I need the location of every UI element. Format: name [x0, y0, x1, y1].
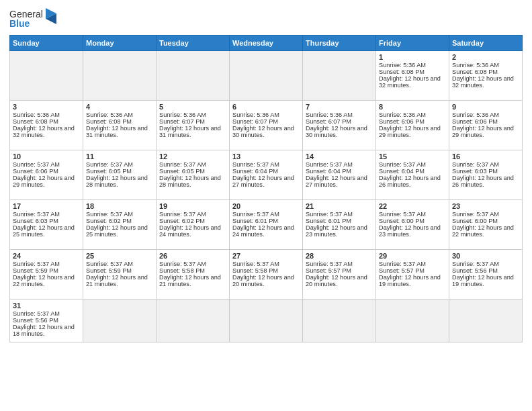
day-number: 3	[13, 103, 80, 111]
day-info: Sunrise: 5:37 AM	[13, 211, 80, 218]
day-info: Sunrise: 5:36 AM	[452, 111, 519, 118]
day-info: Sunset: 6:01 PM	[232, 218, 300, 224]
day-cell: 14Sunrise: 5:37 AMSunset: 6:04 PMDayligh…	[303, 150, 376, 200]
svg-text:Blue: Blue	[9, 18, 30, 29]
day-info: Sunrise: 5:37 AM	[306, 211, 373, 218]
day-info: Sunrise: 5:37 AM	[379, 211, 446, 218]
day-info: Daylight: 12 hours and 23 minutes.	[306, 224, 373, 238]
day-info: Sunset: 6:08 PM	[13, 118, 80, 125]
day-info: Sunrise: 5:37 AM	[159, 161, 226, 168]
day-cell: 29Sunrise: 5:37 AMSunset: 5:57 PMDayligh…	[376, 250, 449, 300]
day-cell: 7Sunrise: 5:36 AMSunset: 6:07 PMDaylight…	[303, 101, 376, 150]
day-number: 22	[379, 202, 446, 210]
day-info: Sunrise: 5:37 AM	[452, 261, 519, 267]
day-cell: 26Sunrise: 5:37 AMSunset: 5:58 PMDayligh…	[157, 250, 230, 300]
day-info: Sunrise: 5:36 AM	[379, 111, 446, 118]
day-cell: 10Sunrise: 5:37 AMSunset: 6:06 PMDayligh…	[10, 150, 83, 200]
day-cell	[83, 51, 157, 101]
day-cell: 8Sunrise: 5:36 AMSunset: 6:06 PMDaylight…	[376, 101, 449, 150]
day-info: Sunset: 6:08 PM	[452, 68, 519, 75]
day-info: Sunset: 6:06 PM	[379, 118, 446, 125]
day-cell	[376, 300, 449, 342]
day-cell	[157, 300, 230, 342]
day-number: 6	[232, 103, 300, 111]
days-header-row: SundayMondayTuesdayWednesdayThursdayFrid…	[10, 36, 523, 51]
day-info: Daylight: 12 hours and 28 minutes.	[86, 175, 153, 188]
day-cell	[303, 51, 376, 101]
day-info: Sunrise: 5:37 AM	[232, 161, 300, 168]
day-number: 13	[232, 152, 300, 161]
day-info: Daylight: 12 hours and 22 minutes.	[13, 274, 80, 287]
day-info: Daylight: 12 hours and 24 minutes.	[232, 224, 300, 238]
day-info: Daylight: 12 hours and 32 minutes.	[13, 125, 80, 138]
generalblue-logo-icon: GeneralBlue	[9, 7, 56, 31]
day-info: Daylight: 12 hours and 32 minutes.	[379, 75, 446, 89]
day-info: Daylight: 12 hours and 24 minutes.	[159, 224, 226, 238]
week-row-3: 10Sunrise: 5:37 AMSunset: 6:06 PMDayligh…	[10, 150, 523, 200]
day-info: Daylight: 12 hours and 25 minutes.	[13, 224, 80, 238]
day-info: Sunrise: 5:37 AM	[232, 211, 300, 218]
day-info: Sunrise: 5:37 AM	[13, 261, 80, 267]
day-info: Sunset: 5:58 PM	[232, 267, 300, 274]
day-number: 15	[379, 152, 446, 161]
day-info: Sunset: 6:05 PM	[159, 168, 226, 175]
day-cell: 20Sunrise: 5:37 AMSunset: 6:01 PMDayligh…	[230, 200, 303, 250]
day-info: Daylight: 12 hours and 21 minutes.	[86, 274, 153, 287]
day-info: Sunset: 6:03 PM	[452, 168, 519, 175]
day-number: 2	[452, 53, 519, 61]
day-info: Sunset: 6:01 PM	[306, 218, 373, 224]
day-info: Sunset: 6:00 PM	[452, 218, 519, 224]
day-cell: 1Sunrise: 5:36 AMSunset: 6:08 PMDaylight…	[376, 51, 449, 101]
day-cell: 24Sunrise: 5:37 AMSunset: 5:59 PMDayligh…	[10, 250, 83, 300]
day-info: Sunset: 5:57 PM	[379, 267, 446, 274]
day-info: Sunset: 5:58 PM	[159, 267, 226, 274]
calendar-table: SundayMondayTuesdayWednesdayThursdayFrid…	[9, 35, 523, 342]
day-info: Sunrise: 5:36 AM	[232, 111, 300, 118]
day-info: Sunrise: 5:36 AM	[86, 111, 153, 118]
day-info: Sunset: 5:59 PM	[86, 267, 153, 274]
day-info: Daylight: 12 hours and 18 minutes.	[13, 324, 80, 337]
day-info: Sunrise: 5:36 AM	[379, 62, 446, 68]
day-info: Sunrise: 5:36 AM	[159, 111, 226, 118]
day-info: Daylight: 12 hours and 22 minutes.	[452, 224, 519, 238]
day-info: Sunset: 5:59 PM	[13, 267, 80, 274]
day-number: 31	[13, 302, 80, 310]
day-cell: 9Sunrise: 5:36 AMSunset: 6:06 PMDaylight…	[449, 101, 523, 150]
day-cell	[83, 300, 157, 342]
day-cell: 12Sunrise: 5:37 AMSunset: 6:05 PMDayligh…	[157, 150, 230, 200]
day-number: 7	[306, 103, 373, 111]
day-number: 5	[159, 103, 226, 111]
day-info: Daylight: 12 hours and 32 minutes.	[452, 75, 519, 89]
day-number: 4	[86, 103, 153, 111]
day-info: Sunrise: 5:36 AM	[13, 111, 80, 118]
day-number: 24	[13, 252, 80, 260]
day-number: 29	[379, 252, 446, 260]
day-info: Daylight: 12 hours and 23 minutes.	[379, 224, 446, 238]
day-header-wednesday: Wednesday	[230, 36, 303, 51]
day-info: Sunrise: 5:37 AM	[86, 261, 153, 267]
day-cell	[449, 300, 523, 342]
day-info: Sunrise: 5:36 AM	[306, 111, 373, 118]
day-cell: 2Sunrise: 5:36 AMSunset: 6:08 PMDaylight…	[449, 51, 523, 101]
day-info: Sunset: 5:56 PM	[452, 267, 519, 274]
day-info: Sunset: 6:07 PM	[232, 118, 300, 125]
day-info: Sunrise: 5:37 AM	[159, 261, 226, 267]
day-info: Sunrise: 5:36 AM	[452, 62, 519, 68]
day-info: Daylight: 12 hours and 21 minutes.	[159, 274, 226, 287]
day-cell	[303, 300, 376, 342]
day-number: 21	[306, 202, 373, 210]
day-number: 30	[452, 252, 519, 260]
day-cell: 5Sunrise: 5:36 AMSunset: 6:07 PMDaylight…	[157, 101, 230, 150]
day-number: 9	[452, 103, 519, 111]
day-info: Sunset: 5:57 PM	[306, 267, 373, 274]
day-cell: 3Sunrise: 5:36 AMSunset: 6:08 PMDaylight…	[10, 101, 83, 150]
day-cell: 18Sunrise: 5:37 AMSunset: 6:02 PMDayligh…	[83, 200, 157, 250]
day-cell	[230, 300, 303, 342]
day-info: Sunrise: 5:37 AM	[13, 161, 80, 168]
day-header-saturday: Saturday	[449, 36, 523, 51]
day-cell	[157, 51, 230, 101]
day-info: Daylight: 12 hours and 28 minutes.	[159, 175, 226, 188]
day-info: Daylight: 12 hours and 26 minutes.	[452, 175, 519, 188]
day-info: Daylight: 12 hours and 25 minutes.	[86, 224, 153, 238]
day-cell: 23Sunrise: 5:37 AMSunset: 6:00 PMDayligh…	[449, 200, 523, 250]
